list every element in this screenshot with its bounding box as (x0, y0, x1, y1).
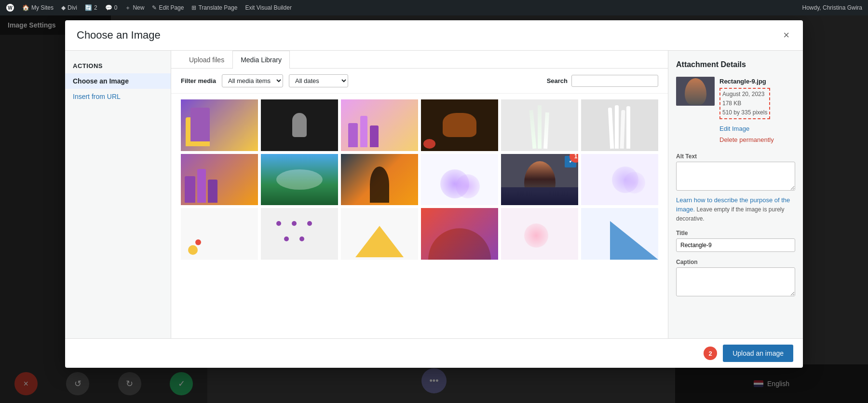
media-item[interactable] (581, 208, 658, 260)
media-item[interactable] (181, 208, 258, 260)
attachment-meta: Rectangle-9.jpg August 20, 2023 178 KB 5… (719, 77, 774, 145)
caption-label: Caption (676, 259, 795, 265)
caption-field: Caption (676, 259, 795, 298)
admin-bar-new[interactable]: ＋ New (125, 4, 144, 12)
modal-footer: 2 Upload an image (65, 338, 803, 368)
media-item[interactable] (261, 208, 338, 260)
modal-header: Choose an Image × (65, 20, 803, 51)
comment-icon: 💬 (105, 4, 112, 11)
modal-body: Actions Choose an Image Insert from URL … (65, 51, 803, 338)
edit-image-link[interactable]: Edit Image (719, 124, 774, 134)
alt-text-note: Learn how to describe the purpose of the… (676, 195, 795, 223)
search-input[interactable] (571, 75, 658, 87)
filter-media-date[interactable]: All dates January 2024 February 2024 (289, 74, 348, 87)
admin-bar-translate[interactable]: ⊞ Translate Page (191, 4, 237, 11)
media-item[interactable] (341, 99, 418, 151)
media-item[interactable] (181, 99, 258, 151)
search-label: Search (547, 77, 568, 84)
media-grid-container[interactable]: 1 ✓ (171, 94, 668, 338)
delete-permanently-link[interactable]: Delete permanently (719, 135, 774, 145)
attachment-date-size-box: August 20, 2023 178 KB 510 by 335 pixels (719, 88, 770, 120)
attachment-dimensions: 510 by 335 pixels (722, 108, 767, 117)
attachment-details-title: Attachment Details (676, 60, 795, 69)
wp-icon: W (6, 3, 14, 12)
choose-image-modal: Choose an Image × Actions Choose an Imag… (65, 20, 803, 368)
admin-bar: W 🏠 My Sites ◆ Divi 🔄 2 💬 0 ＋ New ✎ Edit… (0, 0, 868, 15)
admin-bar-loop[interactable]: 🔄 2 (85, 4, 97, 11)
badge-2: 2 (704, 347, 717, 360)
title-input[interactable] (676, 238, 795, 252)
sidebar-item-insert-url[interactable]: Insert from URL (65, 89, 171, 104)
media-item[interactable] (341, 208, 418, 260)
attachment-date: August 20, 2023 (722, 90, 767, 99)
media-item[interactable] (581, 154, 658, 206)
media-grid: 1 ✓ (181, 99, 658, 260)
attachment-details-sidebar: Attachment Details Rectangle-9.jpg Augus… (668, 51, 803, 338)
translate-icon: ⊞ (191, 4, 196, 11)
alt-text-field: Alt Text Learn how to describe the purpo… (676, 153, 795, 223)
alt-text-label: Alt Text (676, 153, 795, 160)
modal-main: Upload files Media Library Filter media … (171, 51, 668, 338)
modal-title: Choose an Image (77, 29, 161, 42)
title-field: Title (676, 230, 795, 252)
sites-icon: 🏠 (22, 4, 29, 11)
caption-input[interactable] (676, 267, 795, 296)
media-item[interactable] (341, 154, 418, 206)
plus-icon: ＋ (125, 4, 131, 12)
svg-text:W: W (8, 5, 13, 11)
media-item[interactable] (181, 154, 258, 206)
attachment-preview: Rectangle-9.jpg August 20, 2023 178 KB 5… (676, 77, 795, 145)
attachment-size: 178 KB (722, 99, 767, 108)
divi-icon: ◆ (61, 4, 66, 11)
admin-bar-mysites[interactable]: 🏠 My Sites (22, 4, 54, 11)
admin-bar-exit[interactable]: Exit Visual Builder (245, 4, 292, 11)
media-item[interactable] (501, 99, 578, 151)
alt-text-input[interactable] (676, 162, 795, 191)
upload-image-button[interactable]: Upload an image (723, 345, 793, 362)
admin-bar-comments[interactable]: 💬 0 (105, 4, 118, 11)
attachment-filename: Rectangle-9.jpg (719, 77, 774, 87)
tab-media-library[interactable]: Media Library (232, 51, 290, 69)
modal-close-button[interactable]: × (781, 28, 791, 42)
attachment-thumbnail (676, 77, 715, 106)
loop-icon: 🔄 (85, 4, 92, 11)
tab-upload-files[interactable]: Upload files (181, 51, 232, 69)
media-item[interactable] (261, 154, 338, 206)
search-section: Search (547, 75, 658, 87)
filter-media-label: Filter media (181, 77, 216, 84)
media-item[interactable] (421, 99, 498, 151)
media-item[interactable] (421, 154, 498, 206)
modal-sidebar: Actions Choose an Image Insert from URL (65, 51, 171, 338)
media-item[interactable] (581, 99, 658, 151)
sidebar-item-choose-image[interactable]: Choose an Image (65, 73, 171, 89)
media-item[interactable] (261, 99, 338, 151)
admin-bar-divi[interactable]: ◆ Divi (61, 4, 77, 11)
filter-media-type[interactable]: All media items Images Audio Video (222, 74, 283, 87)
admin-bar-user: Howdy, Christina Gwira (802, 4, 862, 11)
filter-row: Filter media All media items Images Audi… (171, 69, 668, 94)
media-item[interactable] (501, 208, 578, 260)
admin-bar-edit[interactable]: ✎ Edit Page (152, 4, 184, 11)
edit-icon: ✎ (152, 4, 157, 11)
modal-overlay: Choose an Image × Actions Choose an Imag… (0, 15, 868, 403)
modal-tabs: Upload files Media Library (171, 51, 668, 69)
title-label: Title (676, 230, 795, 236)
media-item[interactable] (421, 208, 498, 260)
media-item-selected[interactable]: 1 ✓ (501, 154, 578, 206)
actions-label: Actions (65, 58, 171, 73)
admin-bar-wp[interactable]: W (6, 3, 14, 12)
attachment-links: Edit Image Delete permanently (719, 124, 774, 145)
